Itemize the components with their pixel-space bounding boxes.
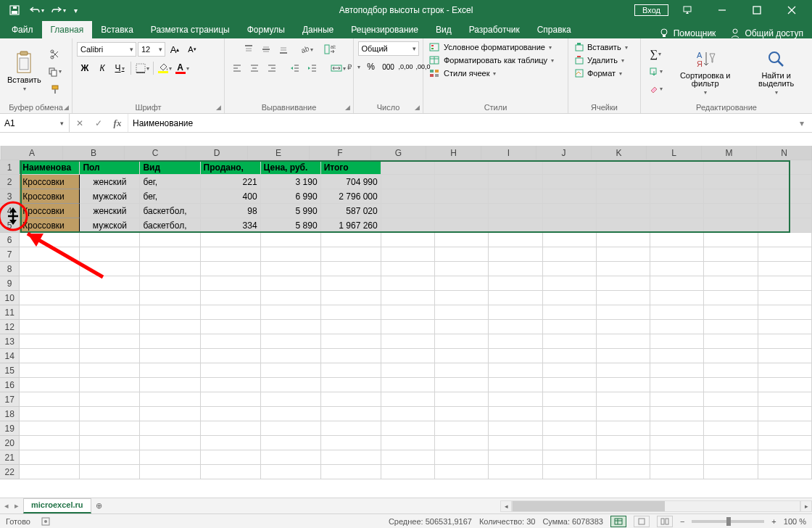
accounting-format-button[interactable]: ₽▾	[346, 59, 362, 75]
cell-C13[interactable]	[140, 334, 200, 349]
cell-I17[interactable]	[489, 392, 542, 407]
paste-button[interactable]: Вставить ▾	[4, 49, 44, 94]
cell-E2[interactable]: 3 190	[261, 175, 321, 189]
cell-M4[interactable]	[704, 204, 758, 218]
cell-N1[interactable]	[758, 160, 812, 175]
cell-L22[interactable]	[650, 465, 704, 479]
cell-M16[interactable]	[704, 378, 758, 392]
cell-D9[interactable]	[201, 276, 261, 291]
cell-G10[interactable]	[381, 291, 435, 305]
cell-D13[interactable]	[201, 334, 261, 349]
qat-customize[interactable]: ▾	[71, 1, 80, 19]
cell-G19[interactable]	[381, 421, 435, 436]
cell-N17[interactable]	[758, 392, 812, 407]
cell-G20[interactable]	[381, 436, 435, 450]
column-header-F[interactable]: F	[310, 146, 371, 160]
cell-K8[interactable]	[597, 262, 650, 276]
cell-K11[interactable]	[597, 305, 650, 320]
cell-G8[interactable]	[381, 262, 435, 276]
cell-K9[interactable]	[597, 276, 650, 291]
cell-E15[interactable]	[261, 363, 321, 378]
cell-F18[interactable]	[321, 407, 381, 421]
cell-C14[interactable]	[140, 349, 200, 363]
cell-F6[interactable]	[321, 233, 381, 247]
clipboard-dialog-launcher[interactable]: ◢	[64, 104, 69, 111]
cell-K15[interactable]	[597, 363, 650, 378]
cell-D14[interactable]	[201, 349, 261, 363]
column-header-A[interactable]: A	[1, 146, 63, 160]
cell-D17[interactable]	[201, 392, 261, 407]
cell-C7[interactable]	[140, 247, 200, 262]
cell-G5[interactable]	[381, 218, 435, 233]
cell-G22[interactable]	[381, 465, 435, 479]
cell-H8[interactable]	[435, 262, 489, 276]
cell-G16[interactable]	[381, 378, 435, 392]
row-header-19[interactable]: 19	[0, 421, 20, 436]
format-cells-button[interactable]: Формат▾	[573, 67, 624, 79]
format-as-table-button[interactable]: Форматировать как таблицу▾	[428, 54, 555, 66]
cell-G13[interactable]	[381, 334, 435, 349]
cell-K6[interactable]	[597, 233, 650, 247]
row-header-15[interactable]: 15	[0, 363, 20, 378]
cell-C12[interactable]	[140, 320, 200, 334]
cell-L16[interactable]	[650, 378, 704, 392]
row-header-20[interactable]: 20	[0, 436, 20, 450]
cell-J12[interactable]	[543, 320, 597, 334]
cell-H4[interactable]	[435, 204, 489, 218]
cell-I3[interactable]	[489, 189, 542, 204]
cell-H3[interactable]	[435, 189, 489, 204]
cell-H11[interactable]	[435, 305, 489, 320]
cell-H7[interactable]	[435, 247, 489, 262]
cell-H10[interactable]	[435, 291, 489, 305]
cell-M14[interactable]	[704, 349, 758, 363]
column-header-D[interactable]: D	[186, 146, 248, 160]
cell-E9[interactable]	[261, 276, 321, 291]
enter-formula-button[interactable]: ✓	[91, 116, 106, 131]
normal-view-button[interactable]	[610, 516, 626, 527]
cell-B15[interactable]	[80, 363, 140, 378]
save-icon[interactable]	[6, 1, 23, 19]
cell-M15[interactable]	[704, 363, 758, 378]
delete-cells-button[interactable]: Удалить▾	[573, 54, 626, 66]
cell-M2[interactable]	[704, 175, 758, 189]
row-header-17[interactable]: 17	[0, 392, 20, 407]
cell-A20[interactable]	[20, 436, 80, 450]
cell-M19[interactable]	[704, 421, 758, 436]
cell-J1[interactable]	[543, 160, 597, 175]
horizontal-scrollbar[interactable]: ◂ ▸	[500, 498, 812, 513]
cell-L6[interactable]	[650, 233, 704, 247]
cell-H12[interactable]	[435, 320, 489, 334]
cell-G9[interactable]	[381, 276, 435, 291]
cell-A4[interactable]: Кроссовки	[20, 204, 80, 218]
cell-C15[interactable]	[140, 363, 200, 378]
cell-N3[interactable]	[758, 189, 812, 204]
cell-E7[interactable]	[261, 247, 321, 262]
cell-E3[interactable]: 6 990	[261, 189, 321, 204]
increase-indent-button[interactable]	[304, 60, 320, 76]
zoom-slider[interactable]	[692, 520, 764, 523]
cell-D2[interactable]: 221	[201, 175, 261, 189]
cell-D21[interactable]	[201, 450, 261, 465]
formula-input[interactable]: Наименование	[128, 114, 795, 132]
cell-F4[interactable]: 587 020	[321, 204, 381, 218]
cut-button[interactable]	[47, 46, 63, 62]
cell-E12[interactable]	[261, 320, 321, 334]
cell-K7[interactable]	[597, 247, 650, 262]
cell-N9[interactable]	[758, 276, 812, 291]
cell-K1[interactable]	[597, 160, 650, 175]
cell-I5[interactable]	[489, 218, 542, 233]
cell-N8[interactable]	[758, 262, 812, 276]
clear-button[interactable]: ▾	[645, 81, 666, 97]
column-header-N[interactable]: N	[757, 146, 812, 160]
cell-I16[interactable]	[489, 378, 542, 392]
cell-H6[interactable]	[435, 233, 489, 247]
align-top-button[interactable]	[241, 41, 257, 57]
share-button[interactable]: Общий доступ	[730, 28, 803, 38]
cell-D6[interactable]	[201, 233, 261, 247]
cell-G21[interactable]	[381, 450, 435, 465]
cell-A15[interactable]	[20, 363, 80, 378]
cell-B11[interactable]	[80, 305, 140, 320]
cell-A11[interactable]	[20, 305, 80, 320]
cell-M8[interactable]	[704, 262, 758, 276]
cell-G12[interactable]	[381, 320, 435, 334]
